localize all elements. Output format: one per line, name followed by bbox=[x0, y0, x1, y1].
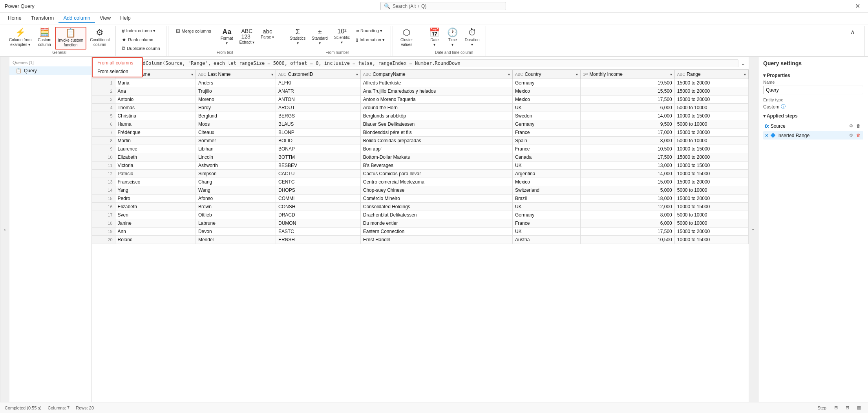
applied-steps-section[interactable]: ▾ Applied steps bbox=[763, 113, 863, 119]
formula-expand-button[interactable]: ⌄ bbox=[741, 60, 746, 66]
query-name-input[interactable] bbox=[763, 86, 863, 94]
conditional-column-button[interactable]: ⚙ Conditionalcolumn bbox=[87, 27, 112, 49]
duplicate-column-button[interactable]: ⧉ Duplicate column bbox=[119, 44, 163, 53]
invoke-custom-function-button[interactable]: 📋 Invoke customfunction bbox=[55, 27, 86, 50]
entity-type-value: Custom ⓘ bbox=[763, 103, 863, 110]
col-dropdown-customerid[interactable]: ▾ bbox=[356, 72, 358, 77]
format-button[interactable]: Aa Format▾ bbox=[218, 27, 236, 47]
col-header-monthlyincome[interactable]: 1²³ Monthly Income ▾ bbox=[580, 70, 674, 79]
ribbon-divider-1 bbox=[168, 26, 168, 56]
search-icon: 🔍 bbox=[384, 3, 390, 9]
duration-button[interactable]: ⏱ Duration▾ bbox=[462, 27, 482, 49]
step-inserted-range[interactable]: ✕ 🔷 Inserted Range ⚙ 🗑 bbox=[763, 131, 863, 140]
cluster-values-button[interactable]: ⬡ Clustervalues bbox=[398, 27, 416, 49]
search-bar[interactable]: 🔍 Search (Alt + Q) bbox=[380, 2, 506, 10]
step-source-settings-button[interactable]: ⚙ bbox=[848, 123, 854, 129]
ribbon-group-cluster: ⬡ Clustervalues bbox=[395, 26, 419, 56]
time-button[interactable]: 🕐 Time▾ bbox=[444, 27, 461, 49]
custom-column-button[interactable]: 🧮 Customcolumn bbox=[35, 27, 54, 49]
country-cell: Canada bbox=[513, 153, 581, 162]
col-header-customerid[interactable]: ABC CustomerID ▾ bbox=[276, 70, 361, 79]
sidebar-item-query-icon: 📋 bbox=[16, 68, 22, 73]
range-cell: 10000 to 15000 bbox=[674, 112, 748, 120]
sidebar-item-query[interactable]: 📋 Query bbox=[9, 66, 91, 75]
view-button-list[interactable]: ⊟ bbox=[843, 404, 852, 411]
ribbon-collapse-button[interactable]: ∧ bbox=[844, 27, 861, 37]
col-header-country[interactable]: ABC Country ▾ bbox=[513, 70, 581, 79]
standard-button[interactable]: ± Standard▾ bbox=[309, 27, 331, 47]
monthlyincome-cell: 12,000 bbox=[580, 203, 674, 211]
step-inserted-range-settings-button[interactable]: ⚙ bbox=[848, 132, 854, 138]
entity-type-info-icon[interactable]: ⓘ bbox=[781, 103, 786, 110]
col-header-lastname[interactable]: ABC Last Name ▾ bbox=[196, 70, 276, 79]
scientific-button[interactable]: 10² Scientific▾ bbox=[331, 27, 353, 46]
information-button[interactable]: ℹ Information ▾ bbox=[353, 36, 387, 44]
row-num-cell: 10 bbox=[92, 153, 115, 162]
rows-text: Rows: 20 bbox=[76, 406, 94, 410]
monthlyincome-cell: 6,000 bbox=[580, 104, 674, 112]
date-time-label: Date and time column bbox=[435, 50, 473, 55]
date-button[interactable]: 📅 Date▾ bbox=[426, 27, 443, 49]
country-cell: Spain bbox=[513, 137, 581, 145]
step-button[interactable]: Step bbox=[815, 405, 829, 411]
table-row: 20 Roland Mendel ERNSH Ernst Handel Aust… bbox=[92, 236, 749, 244]
parse-button[interactable]: abc Parse ▾ bbox=[258, 27, 277, 41]
range-cell: 10000 to 15000 bbox=[674, 170, 748, 178]
range-cell: 15000 to 20000 bbox=[674, 153, 748, 162]
step-source[interactable]: fx Source ⚙ 🗑 bbox=[763, 122, 863, 130]
ribbon-group-index: # Index column ▾ ★ Rank column ⧉ Duplica… bbox=[116, 26, 166, 56]
statistics-button[interactable]: Σ Statistics▾ bbox=[287, 27, 308, 47]
table-row: 16 Elizabeth Brown CONSH Consolidated Ho… bbox=[92, 203, 749, 211]
menu-view[interactable]: View bbox=[95, 13, 115, 23]
monthlyincome-cell: 15,000 bbox=[580, 178, 674, 186]
country-cell: Mexico bbox=[513, 87, 581, 95]
from-selection-option[interactable]: From selection bbox=[93, 67, 142, 76]
column-from-examples-button[interactable]: ⚡ Column fromexamples ▾ bbox=[6, 27, 34, 49]
customerid-cell: ALFKI bbox=[276, 79, 361, 87]
view-button-table[interactable]: ▦ bbox=[855, 404, 863, 411]
col-dropdown-country[interactable]: ▾ bbox=[576, 72, 578, 77]
rank-label: Rank column bbox=[128, 37, 153, 42]
parse-icon: abc bbox=[263, 28, 272, 34]
formula-input[interactable] bbox=[117, 59, 738, 67]
from-all-columns-option[interactable]: From all columns bbox=[93, 59, 142, 67]
range-cell: 5000 to 10000 bbox=[674, 137, 748, 145]
col-dropdown-companyname[interactable]: ▾ bbox=[508, 72, 510, 77]
step-inserted-range-type-icon: 🔷 bbox=[770, 133, 776, 138]
step-inserted-range-delete-button[interactable]: 🗑 bbox=[855, 132, 862, 138]
close-button[interactable]: ✕ bbox=[852, 2, 863, 11]
firstname-cell: Thomas bbox=[115, 104, 196, 112]
col-dropdown-range[interactable]: ▾ bbox=[744, 72, 746, 77]
row-num-cell: 2 bbox=[92, 87, 115, 95]
firstname-cell: Roland bbox=[115, 236, 196, 244]
sidebar-toggle-button[interactable]: ‹ bbox=[0, 57, 9, 402]
menu-transform[interactable]: Transform bbox=[26, 13, 59, 23]
view-button-grid[interactable]: ⊞ bbox=[832, 404, 840, 411]
menu-home[interactable]: Home bbox=[3, 13, 26, 23]
properties-section[interactable]: ▾ Properties bbox=[763, 73, 863, 78]
menu-add-column[interactable]: Add column bbox=[58, 13, 95, 23]
invoke-function-icon: 📋 bbox=[65, 29, 76, 37]
from-number-items: Σ Statistics▾ ± Standard▾ 10² Scientific… bbox=[287, 27, 387, 50]
rounding-button[interactable]: ≈ Rounding ▾ bbox=[353, 27, 387, 35]
rank-column-button[interactable]: ★ Rank column bbox=[119, 35, 163, 44]
lastname-cell: Lincoln bbox=[196, 153, 276, 162]
extract-button[interactable]: ABC123 Extract ▾ bbox=[236, 27, 257, 46]
col-dropdown-monthlyincome[interactable]: ▾ bbox=[670, 72, 672, 77]
index-column-button[interactable]: # Index column ▾ bbox=[119, 27, 163, 35]
col-dropdown-firstname[interactable]: ▾ bbox=[191, 72, 193, 77]
merge-columns-button[interactable]: ⊞ Merge columns bbox=[173, 27, 214, 35]
query-settings-toggle[interactable]: › bbox=[749, 57, 758, 402]
firstname-cell: Martin bbox=[115, 137, 196, 145]
title-bar: Power Query 🔍 Search (Alt + Q) ✕ bbox=[0, 0, 868, 13]
range-cell: 10000 to 15000 bbox=[674, 162, 748, 170]
col-dropdown-lastname[interactable]: ▾ bbox=[271, 72, 273, 77]
step-source-delete-button[interactable]: 🗑 bbox=[855, 123, 862, 129]
col-header-companyname[interactable]: ABC CompanyName ▾ bbox=[360, 70, 512, 79]
range-cell: 15000 to 20000 bbox=[674, 87, 748, 95]
col-header-range[interactable]: ABC Range ▾ bbox=[674, 70, 748, 79]
lastname-cell: Anders bbox=[196, 79, 276, 87]
menu-help[interactable]: Help bbox=[115, 13, 135, 23]
table-row: 19 Ann Devon EASTC Eastern Connection UK… bbox=[92, 228, 749, 236]
extract-label: Extract ▾ bbox=[239, 40, 254, 45]
